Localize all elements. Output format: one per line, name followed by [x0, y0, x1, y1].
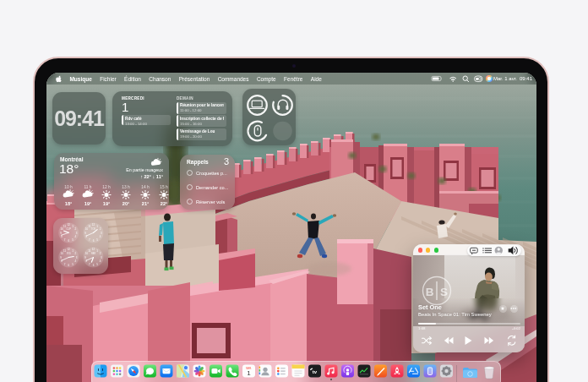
svg-text:TOK: TOK — [91, 227, 96, 231]
svg-text:11: 11 — [88, 249, 90, 253]
svg-text:tv: tv — [313, 369, 318, 374]
svg-text:PAR: PAR — [91, 252, 95, 255]
svg-text:11 h: 11 h — [84, 185, 92, 189]
svg-text:12 h: 12 h — [102, 185, 111, 189]
svg-text:SYD: SYD — [67, 252, 71, 255]
svg-text:14 h: 14 h — [141, 185, 150, 189]
svg-text:12: 12 — [92, 223, 95, 226]
svg-text:20°: 20° — [122, 201, 129, 206]
svg-text:11: 11 — [63, 225, 66, 228]
svg-text:1: 1 — [247, 369, 251, 377]
svg-text:11: 11 — [88, 225, 90, 228]
svg-text:10: 10 — [61, 252, 64, 255]
svg-text:12: 12 — [68, 248, 71, 251]
svg-text:19°: 19° — [103, 201, 110, 206]
svg-text:CUP: CUP — [67, 227, 72, 231]
svg-text:21°: 21° — [142, 201, 149, 206]
svg-text:10 h: 10 h — [64, 185, 73, 189]
svg-text:19°: 19° — [84, 201, 91, 206]
svg-text:Mar. 1 avr.: Mar. 1 avr. — [493, 76, 517, 81]
svg-text:10: 10 — [85, 227, 89, 231]
svg-text:12: 12 — [68, 223, 71, 226]
svg-text:18°: 18° — [65, 201, 72, 206]
svg-text:22°: 22° — [161, 201, 167, 206]
svg-text:09:41: 09:41 — [520, 76, 533, 81]
svg-text:15 h: 15 h — [160, 185, 168, 189]
svg-text:12: 12 — [92, 248, 95, 251]
svg-text:13 h: 13 h — [122, 185, 130, 189]
svg-text:10: 10 — [61, 227, 64, 231]
svg-text:11: 11 — [63, 249, 66, 253]
svg-text:10: 10 — [85, 252, 89, 255]
